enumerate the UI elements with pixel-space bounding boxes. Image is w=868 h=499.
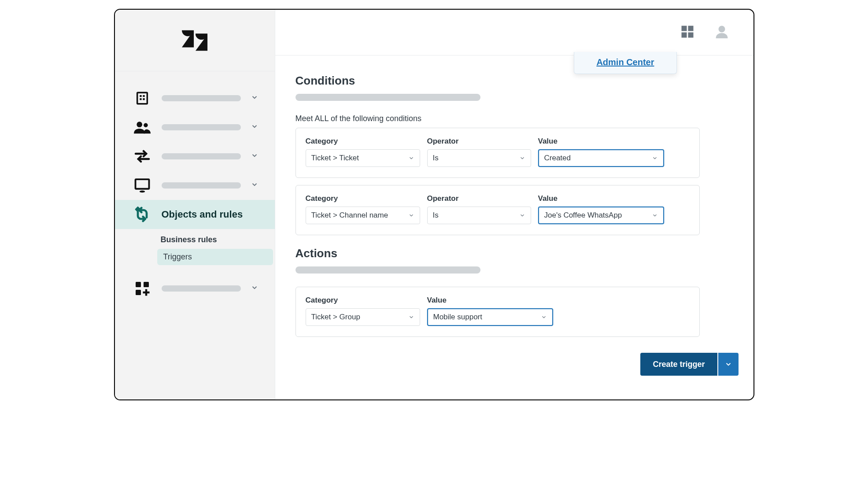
svg-rect-2: [137, 92, 147, 104]
svg-rect-6: [143, 98, 144, 100]
condition-value-select[interactable]: Joe's Coffee WhatsApp: [538, 207, 664, 224]
chevron-down-icon: [251, 152, 259, 161]
people-icon: [133, 118, 152, 137]
arrows-icon: [133, 147, 152, 166]
field-label-category: Category: [306, 137, 420, 146]
action-category-select[interactable]: Ticket > Group: [306, 308, 420, 326]
logo: [115, 10, 275, 71]
admin-center-popover: Admin Center: [574, 52, 676, 74]
condition-operator-select[interactable]: Is: [427, 149, 531, 167]
svg-rect-20: [688, 26, 693, 31]
field-label-category: Category: [306, 194, 420, 203]
sidebar-item-apps[interactable]: [115, 274, 275, 303]
field-label-operator: Operator: [427, 194, 531, 203]
condition-category-select[interactable]: Ticket > Ticket: [306, 149, 420, 167]
app-window: Objects and rules Business rules Trigger…: [114, 9, 754, 400]
field-label-category: Category: [306, 296, 420, 305]
action-row: Category Ticket > Group Value Mobile sup…: [295, 287, 700, 337]
svg-rect-19: [681, 26, 687, 31]
topbar: [275, 10, 753, 55]
chevron-down-icon: [251, 122, 259, 132]
svg-point-8: [144, 123, 148, 128]
svg-point-12: [139, 191, 144, 193]
sidebar-item-channels[interactable]: [115, 142, 275, 171]
sidebar-item-workspaces[interactable]: [115, 171, 275, 200]
sidebar-item-people[interactable]: [115, 113, 275, 142]
actions-heading: Actions: [295, 247, 700, 260]
sidebar: Objects and rules Business rules Trigger…: [115, 10, 275, 399]
svg-rect-4: [143, 95, 144, 97]
chevron-down-icon: [251, 93, 259, 103]
building-icon: [133, 89, 152, 108]
zendesk-logo-icon: [181, 30, 208, 51]
svg-rect-3: [140, 95, 141, 97]
condition-operator-select[interactable]: Is: [427, 207, 531, 224]
create-trigger-split-button[interactable]: [718, 353, 739, 376]
subnav-business-rules[interactable]: Business rules: [115, 232, 273, 248]
condition-row: Category Ticket > Ticket Operator Is: [295, 128, 700, 178]
conditions-meet-all-label: Meet ALL of the following conditions: [295, 114, 700, 123]
sidebar-item-placeholder: [162, 95, 241, 101]
sidebar-subnav: Business rules Triggers: [115, 229, 275, 274]
admin-center-link[interactable]: Admin Center: [596, 57, 654, 67]
svg-rect-21: [681, 32, 687, 37]
content: Conditions Meet ALL of the following con…: [275, 55, 753, 399]
apps-add-icon: [133, 279, 152, 298]
main: Admin Center Conditions Meet ALL of the …: [275, 10, 753, 399]
svg-rect-16: [136, 290, 141, 295]
products-icon[interactable]: [680, 24, 695, 41]
create-trigger-button[interactable]: Create trigger: [640, 353, 717, 376]
sidebar-item-label: Objects and rules: [162, 209, 264, 220]
svg-point-23: [718, 26, 725, 32]
subnav-triggers[interactable]: Triggers: [157, 249, 273, 265]
field-label-operator: Operator: [427, 137, 531, 146]
conditions-description-placeholder: [295, 94, 480, 101]
svg-rect-22: [688, 32, 693, 37]
condition-value-select[interactable]: Created: [538, 149, 664, 167]
conditions-heading: Conditions: [295, 74, 700, 88]
field-label-value: Value: [538, 137, 664, 146]
sidebar-item-placeholder: [162, 124, 241, 130]
sidebar-item-company[interactable]: [115, 84, 275, 113]
sidebar-item-placeholder: [162, 153, 241, 159]
condition-category-select[interactable]: Ticket > Channel name: [306, 207, 420, 224]
svg-rect-14: [136, 282, 141, 287]
profile-icon[interactable]: [714, 24, 730, 41]
field-label-value: Value: [427, 296, 553, 305]
sidebar-item-placeholder: [162, 285, 241, 292]
svg-point-7: [137, 122, 142, 127]
svg-rect-5: [140, 98, 141, 100]
field-label-value: Value: [538, 194, 664, 203]
sidebar-nav: Objects and rules Business rules Trigger…: [115, 71, 275, 303]
chevron-down-icon: [251, 181, 259, 190]
condition-row: Category Ticket > Channel name Operator …: [295, 185, 700, 235]
footer: Create trigger: [275, 344, 753, 389]
svg-rect-11: [135, 179, 149, 189]
chevron-down-icon: [251, 284, 259, 293]
actions-description-placeholder: [295, 266, 480, 274]
sidebar-item-objects-and-rules[interactable]: Objects and rules: [115, 200, 275, 229]
workflow-icon: [133, 205, 152, 224]
chevron-down-icon: [724, 360, 732, 368]
action-value-select[interactable]: Mobile support: [427, 308, 553, 326]
svg-rect-15: [144, 282, 149, 287]
monitor-icon: [133, 176, 152, 195]
sidebar-item-placeholder: [162, 182, 241, 189]
